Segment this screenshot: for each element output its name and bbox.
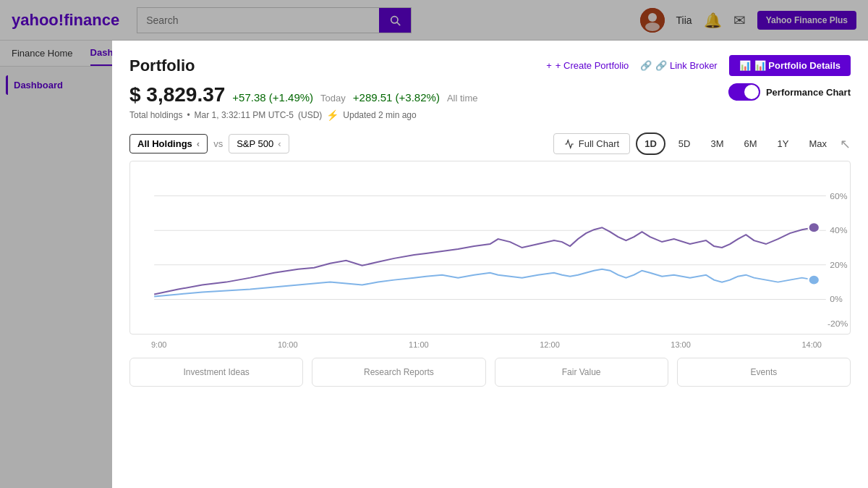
value-row: $ 3,829.37 +57.38 (+1.49%) Today +289.51… [129, 83, 851, 132]
create-portfolio-button[interactable]: + + Create Portfolio [546, 60, 629, 71]
toggle-thumb [744, 85, 759, 99]
investment-ideas-button[interactable]: Investment Ideas [129, 358, 303, 387]
performance-chart-toggle[interactable]: Performance Chart [728, 83, 851, 101]
plus-icon: + [546, 60, 552, 71]
portfolio-meta: Total holdings • Mar 1, 3:32:11 PM UTC-5… [129, 109, 478, 121]
holdings-label: Total holdings [129, 110, 182, 120]
x-axis: 9:00 10:00 11:00 12:00 13:00 14:00 [129, 340, 851, 349]
portfolio-today-change: +57.38 (+1.49%) [232, 91, 313, 104]
portfolio-alltime-label: All time [447, 93, 478, 104]
research-reports-button[interactable]: Research Reports [312, 358, 485, 387]
x-label-11: 11:00 [409, 340, 429, 349]
index-chevron-left: ‹ [278, 138, 281, 149]
portfolio-today-label: Today [320, 93, 346, 104]
fair-value-button[interactable]: Fair Value [495, 358, 668, 387]
chart-svg: 60% 40% 20% 0% -20% [130, 161, 850, 334]
full-chart-icon [564, 139, 574, 149]
x-label-9: 9:00 [151, 340, 166, 349]
svg-text:0%: 0% [830, 295, 843, 303]
time-btn-3m[interactable]: 3M [703, 134, 731, 153]
modal-title: Portfolio [129, 56, 195, 75]
svg-text:20%: 20% [830, 261, 847, 269]
svg-text:40%: 40% [830, 227, 847, 235]
chart-icon: 📊 [739, 60, 751, 71]
full-chart-label: Full Chart [579, 138, 619, 149]
cursor-icon: ↖ [840, 136, 851, 152]
portfolio-updated: Updated 2 min ago [343, 110, 416, 120]
link-icon: 🔗 [640, 60, 652, 71]
x-label-13: 13:00 [671, 340, 691, 349]
svg-point-15 [809, 275, 820, 285]
modal-actions: + + Create Portfolio 🔗 🔗 Link Broker 📊 📊… [546, 55, 851, 76]
perf-chart-label: Performance Chart [766, 87, 851, 98]
portfolio-modal: Portfolio + + Create Portfolio 🔗 🔗 Link … [112, 41, 868, 488]
chart-area: 60% 40% 20% 0% -20% [129, 161, 851, 335]
holdings-select-label: All Holdings [137, 138, 192, 149]
x-label-14: 14:00 [801, 340, 822, 349]
bottom-tools: Investment Ideas Research Reports Fair V… [129, 358, 851, 387]
svg-point-14 [809, 222, 820, 232]
time-btn-6m[interactable]: 6M [736, 134, 764, 153]
toggle-track[interactable] [728, 83, 760, 101]
portfolio-value: $ 3,829.37 +57.38 (+1.49%) Today +289.51… [129, 83, 478, 106]
holdings-chevron-left: ‹ [197, 138, 200, 149]
time-btn-1d[interactable]: 1D [636, 132, 665, 155]
events-button[interactable]: Events [677, 358, 851, 387]
modal-header: Portfolio + + Create Portfolio 🔗 🔗 Link … [129, 55, 851, 76]
holdings-select[interactable]: All Holdings ‹ [129, 134, 208, 153]
portfolio-date: Mar 1, 3:32:11 PM UTC-5 [195, 110, 294, 120]
portfolio-details-button[interactable]: 📊 📊 Portfolio Details [729, 55, 851, 76]
chart-controls: All Holdings ‹ vs S&P 500 ‹ Full Chart 1… [129, 132, 851, 155]
link-broker-button[interactable]: 🔗 🔗 Link Broker [640, 60, 717, 71]
svg-text:-20%: -20% [827, 320, 848, 328]
portfolio-value-main: $ 3,829.37 [129, 83, 225, 106]
full-chart-button[interactable]: Full Chart [553, 133, 630, 154]
portfolio-alltime-change: +289.51 (+3.82%) [353, 91, 440, 104]
time-btn-1y[interactable]: 1Y [770, 134, 796, 153]
x-label-10: 10:00 [278, 340, 298, 349]
time-btn-5d[interactable]: 5D [671, 134, 698, 153]
x-label-12: 12:00 [540, 340, 560, 349]
value-section: $ 3,829.37 +57.38 (+1.49%) Today +289.51… [129, 83, 478, 132]
index-select[interactable]: S&P 500 ‹ [229, 134, 289, 153]
lightning-icon: ⚡ [326, 109, 339, 121]
vs-label: vs [213, 138, 223, 149]
portfolio-currency: (USD) [298, 110, 322, 120]
time-btn-max[interactable]: Max [801, 134, 834, 153]
index-select-label: S&P 500 [237, 138, 273, 149]
svg-text:60%: 60% [830, 192, 847, 200]
